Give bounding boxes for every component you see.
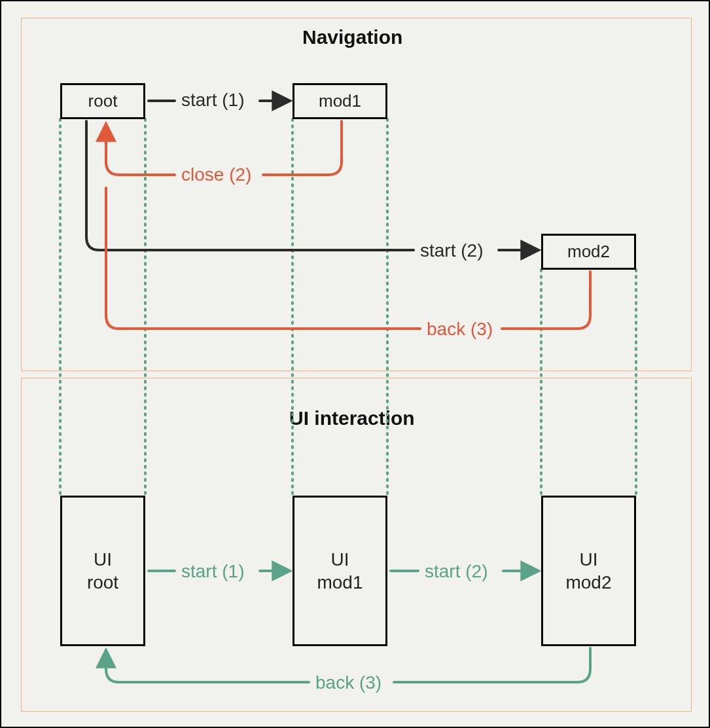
node-mod2: mod2 [541,234,636,270]
node-ui-mod1-label: UI mod1 [317,548,363,594]
panel-navigation-title: Navigation [302,26,402,48]
edge-label-ui-back3: back (3) [315,672,382,693]
panel-navigation [21,18,692,371]
node-ui-mod2: UI mod2 [541,496,636,646]
diagram-canvas: Navigation UI interaction root mod1 mod2… [0,0,710,728]
edge-label-ui-start1: start (1) [181,561,244,582]
node-ui-root-label: UI root [87,548,118,594]
node-mod2-label: mod2 [567,242,610,262]
node-ui-root: UI root [60,496,145,646]
edge-label-nav-back3: back (3) [427,319,493,340]
edge-label-nav-close2: close (2) [181,164,251,185]
node-ui-mod1: UI mod1 [293,496,387,646]
edge-label-ui-start2: start (2) [425,561,488,582]
node-mod1-label: mod1 [319,91,361,111]
panel-ui-title: UI interaction [289,407,415,429]
edge-label-nav-start1: start (1) [181,90,244,111]
node-ui-mod2-label: UI mod2 [565,548,611,594]
edge-label-nav-start2: start (2) [420,240,483,261]
node-mod1: mod1 [293,83,387,119]
node-root: root [60,83,145,119]
node-root-label: root [88,91,118,111]
